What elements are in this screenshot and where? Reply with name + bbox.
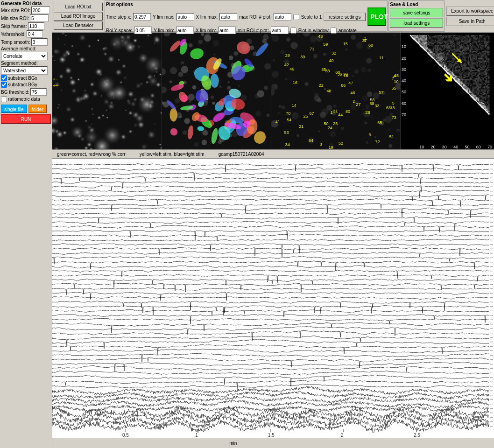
window-label: window xyxy=(313,28,328,33)
min-roi-label: min ROI # plot: xyxy=(238,28,269,33)
skip-frames-label: Skip frames: xyxy=(1,24,27,29)
correlation-matrix-panel: ➔ xyxy=(401,33,494,149)
load-behavior-button[interactable]: Load Behavior xyxy=(54,21,103,30)
grayscale-canvas xyxy=(52,33,162,149)
load-roi-txt-button[interactable]: Load ROI.txt xyxy=(54,3,103,11)
substract-bgx-check[interactable] xyxy=(1,75,7,81)
colored-roi-panel xyxy=(162,33,272,149)
x-lim-min-label: X lim min: xyxy=(196,28,216,33)
time-step-input[interactable] xyxy=(133,13,151,21)
ratiometric-label: ratiometric data xyxy=(8,97,40,102)
avg-method-label: Average method: xyxy=(1,46,36,51)
header-toolbar: Load ROI.txt Load ROI Image Load Behavio… xyxy=(52,0,494,33)
export-workspace-button[interactable]: Export to workspace xyxy=(446,7,494,16)
temp-smooth-label: Temp smooth: xyxy=(1,40,30,45)
scale-to-1-check[interactable] xyxy=(293,14,299,20)
bottom-status-bar: min xyxy=(52,438,494,448)
segment-method-select[interactable]: Watershed Threshold xyxy=(1,66,48,75)
min-size-input[interactable] xyxy=(30,14,49,22)
substract-bgy-label: substract BGy xyxy=(8,82,37,87)
plot-button[interactable]: PLOT xyxy=(367,7,386,26)
annotated-image-panel xyxy=(271,33,401,149)
image-status-bar: green=correct, red=wrong % corr yellow=l… xyxy=(52,149,494,159)
temp-smooth-input[interactable] xyxy=(31,38,48,46)
status-left: green=correct, red=wrong % corr xyxy=(57,152,126,157)
segment-method-label: Segment method: xyxy=(1,61,38,66)
plot-in-check[interactable] xyxy=(290,28,296,34)
roi-y-space-label: Roi Y space: xyxy=(106,28,132,33)
substract-bgx-label: substract BGx xyxy=(8,76,37,81)
bg-threshold-input[interactable] xyxy=(30,88,47,96)
plot-in-label: Plot in xyxy=(298,28,311,33)
threshold-input[interactable] xyxy=(27,30,43,38)
y-lim-min-input[interactable] xyxy=(176,27,194,34)
ratiometric-check[interactable] xyxy=(1,96,7,102)
scale-to-1-label: Scale to 1 xyxy=(301,14,322,20)
left-panel: Generate ROI data Max size ROI: Min size… xyxy=(0,0,52,448)
arrow-bgy-annotation: ← xyxy=(51,81,60,91)
restore-settings-button[interactable]: restore settings xyxy=(324,13,366,21)
save-load-title: Save & Load xyxy=(390,2,443,7)
y-lim-min-label: Y lim min: xyxy=(154,28,174,33)
min-size-label: Min size ROI: xyxy=(1,16,29,21)
max-roi-label: max ROI # plot: xyxy=(239,14,271,20)
plot-options-title: Plot options xyxy=(106,2,386,7)
roi-y-space-input[interactable] xyxy=(134,27,152,34)
x-axis-label: min xyxy=(229,441,237,446)
images-container: ➔ xyxy=(52,33,494,149)
traces-canvas xyxy=(52,159,494,439)
max-size-label: Max size ROI: xyxy=(1,8,30,13)
y-lim-max-input[interactable] xyxy=(176,13,194,21)
annotated-canvas xyxy=(271,33,400,149)
load-settings-button[interactable]: load settings xyxy=(390,18,443,28)
avg-method-select[interactable]: Correlate Mean Median xyxy=(1,52,48,60)
run-button[interactable]: RUN xyxy=(1,114,51,124)
status-right: gcamp150721A02004 xyxy=(219,152,264,157)
folder-button[interactable]: folder xyxy=(28,105,47,113)
status-middle: yellow=left stim, blue=right stim xyxy=(140,152,205,157)
annotate-label: annotate xyxy=(339,28,357,33)
threshold-label: %threshold: xyxy=(1,32,26,37)
colored-roi-canvas xyxy=(162,33,271,149)
x-lim-min-input[interactable] xyxy=(218,27,236,34)
trace-container xyxy=(52,159,494,439)
correlation-matrix-canvas xyxy=(401,33,494,149)
annotate-check[interactable] xyxy=(331,28,337,34)
y-lim-max-label: Y lim max: xyxy=(153,14,175,20)
grayscale-image-panel xyxy=(52,33,162,149)
max-roi-input[interactable] xyxy=(274,13,291,21)
time-step-label: Time step x: xyxy=(106,14,131,20)
x-lim-max-label: X lim max: xyxy=(196,14,218,20)
max-size-input[interactable] xyxy=(31,7,50,14)
substract-bgy-check[interactable] xyxy=(1,82,7,88)
single-file-button[interactable]: single file xyxy=(1,105,27,113)
save-path-button[interactable]: Save in Path xyxy=(446,17,494,26)
save-settings-button[interactable]: save settings xyxy=(390,8,443,17)
x-lim-max-input[interactable] xyxy=(219,13,237,21)
skip-frames-input[interactable] xyxy=(28,22,44,30)
bg-threshold-label: BG threshold: xyxy=(1,90,29,95)
min-roi-input[interactable] xyxy=(271,27,289,34)
load-roi-image-button[interactable]: Load ROI Image xyxy=(54,12,103,21)
generate-roi-title: Generate ROI data xyxy=(1,1,51,6)
